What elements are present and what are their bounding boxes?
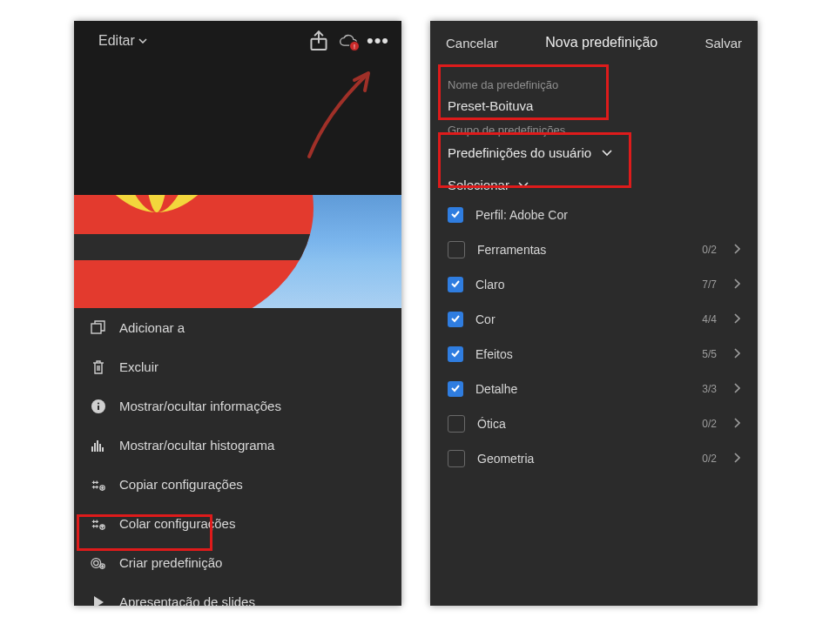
- option-count: 0/2: [702, 244, 717, 256]
- option-count: 7/7: [702, 278, 717, 291]
- preset-group-label: Grupo de predefinições: [448, 124, 740, 137]
- svg-point-15: [91, 558, 101, 567]
- chevron-down-icon: [602, 150, 612, 157]
- option-row[interactable]: Ferramentas0/2: [437, 232, 751, 267]
- add-to-icon: [90, 319, 107, 337]
- option-count: 0/2: [702, 418, 717, 430]
- checkbox[interactable]: [448, 207, 463, 223]
- menu-item-add-to[interactable]: Adicionar a: [74, 308, 401, 347]
- option-count: 5/5: [702, 348, 717, 360]
- option-label: Ótica: [477, 417, 690, 431]
- option-label: Detalhe: [475, 382, 690, 396]
- balloon-illustration: [74, 195, 318, 308]
- option-label: Ferramentas: [477, 243, 690, 257]
- menu-item-label: Adicionar a: [119, 320, 185, 335]
- histogram-icon: [90, 437, 107, 454]
- menu-item-create-preset[interactable]: Criar predefinição: [74, 543, 401, 582]
- chevron-right-icon[interactable]: [734, 452, 740, 466]
- preset-name-label: Nome da predefinição: [448, 78, 740, 91]
- cancel-button[interactable]: Cancelar: [446, 36, 498, 50]
- dialog-title: Nova predefinição: [545, 35, 657, 50]
- menu-item-label: Mostrar/ocultar histograma: [119, 438, 274, 453]
- option-row[interactable]: Cor4/4: [437, 302, 751, 337]
- chevron-right-icon[interactable]: [734, 382, 740, 396]
- play-icon: [90, 594, 107, 607]
- option-row[interactable]: Perfil: Adobe Cor: [437, 198, 751, 232]
- option-row[interactable]: Efeitos5/5: [437, 337, 751, 372]
- copy-settings-icon: [90, 476, 107, 493]
- option-row[interactable]: Geometria0/2: [437, 441, 751, 476]
- svg-point-16: [94, 560, 98, 565]
- option-count: 0/2: [702, 453, 717, 465]
- preset-group-value: Predefinições do usuário: [448, 145, 591, 160]
- chevron-down-icon: [518, 182, 529, 189]
- option-label: Efeitos: [475, 347, 690, 361]
- option-row[interactable]: Ótica0/2: [437, 406, 751, 441]
- menu-item-label: Apresentação de slides: [119, 594, 255, 606]
- option-label: Perfil: Adobe Cor: [475, 208, 740, 222]
- menu-item-delete[interactable]: Excluir: [74, 347, 401, 386]
- chevron-right-icon[interactable]: [734, 347, 740, 361]
- svg-point-7: [98, 402, 99, 404]
- preset-name-field[interactable]: Nome da predefinição Preset-Boituva: [430, 73, 758, 118]
- save-button[interactable]: Salvar: [705, 36, 742, 50]
- right-screen: Cancelar Nova predefinição Salvar Nome d…: [430, 21, 758, 606]
- photo-preview: [74, 195, 401, 308]
- cloud-error-icon[interactable]: !: [339, 31, 358, 50]
- checkbox[interactable]: [448, 241, 465, 258]
- option-row[interactable]: Detalhe3/3: [437, 372, 751, 406]
- checkbox[interactable]: [448, 277, 463, 292]
- svg-rect-6: [98, 406, 99, 410]
- menu-item-label: Excluir: [119, 359, 158, 374]
- option-label: Claro: [475, 278, 690, 292]
- option-count: 3/3: [702, 383, 717, 395]
- trash-icon: [90, 359, 107, 376]
- svg-rect-10: [97, 440, 98, 452]
- option-label: Cor: [475, 312, 690, 326]
- chevron-right-icon[interactable]: [734, 278, 740, 292]
- option-label: Geometria: [477, 452, 690, 466]
- select-all-dropdown[interactable]: Selecionar: [430, 169, 758, 198]
- svg-rect-12: [102, 447, 104, 452]
- error-badge: !: [349, 41, 360, 51]
- menu-item-info[interactable]: Mostrar/ocultar informações: [74, 386, 401, 426]
- menu-item-slideshow[interactable]: Apresentação de slides: [74, 582, 401, 606]
- more-icon[interactable]: •••: [368, 31, 388, 50]
- menu-item-histogram[interactable]: Mostrar/ocultar histograma: [74, 426, 401, 465]
- annotation-arrow: [283, 61, 388, 165]
- option-row[interactable]: Claro7/7: [437, 267, 751, 302]
- menu-item-label: Copiar configurações: [119, 477, 243, 492]
- svg-rect-9: [94, 443, 96, 452]
- menu-item-paste-settings[interactable]: Colar configurações: [74, 504, 401, 543]
- svg-rect-3: [74, 234, 318, 260]
- chevron-right-icon[interactable]: [734, 312, 740, 326]
- preset-icon: [90, 554, 107, 572]
- menu-item-label: Criar predefinição: [119, 555, 222, 570]
- checkbox[interactable]: [448, 346, 463, 362]
- right-header: Cancelar Nova predefinição Salvar: [430, 21, 758, 64]
- paste-settings-icon: [90, 515, 107, 533]
- svg-rect-8: [91, 446, 93, 452]
- select-label: Selecionar: [448, 178, 509, 192]
- info-icon: [90, 398, 107, 415]
- mode-dropdown[interactable]: Editar: [98, 33, 147, 49]
- svg-rect-4: [91, 324, 101, 333]
- checkbox[interactable]: [448, 415, 465, 433]
- checkbox[interactable]: [448, 450, 465, 467]
- mode-label: Editar: [98, 33, 135, 49]
- chevron-right-icon[interactable]: [734, 417, 740, 431]
- chevron-down-icon: [138, 38, 147, 44]
- options-list: Perfil: Adobe CorFerramentas0/2Claro7/7C…: [430, 198, 758, 476]
- preset-name-value: Preset-Boituva: [448, 98, 740, 113]
- chevron-right-icon[interactable]: [734, 243, 740, 257]
- menu-item-label: Colar configurações: [119, 516, 235, 531]
- checkbox[interactable]: [448, 312, 463, 327]
- left-screen: Editar ! •••: [74, 21, 401, 606]
- preset-group-field[interactable]: Grupo de predefinições Predefinições do …: [430, 118, 758, 169]
- option-count: 4/4: [702, 313, 717, 325]
- share-icon[interactable]: [309, 31, 328, 50]
- context-menu: Adicionar a Excluir Mostrar/ocultar info…: [74, 308, 401, 606]
- checkbox[interactable]: [448, 381, 463, 397]
- left-header: Editar ! •••: [74, 21, 401, 61]
- menu-item-copy-settings[interactable]: Copiar configurações: [74, 465, 401, 504]
